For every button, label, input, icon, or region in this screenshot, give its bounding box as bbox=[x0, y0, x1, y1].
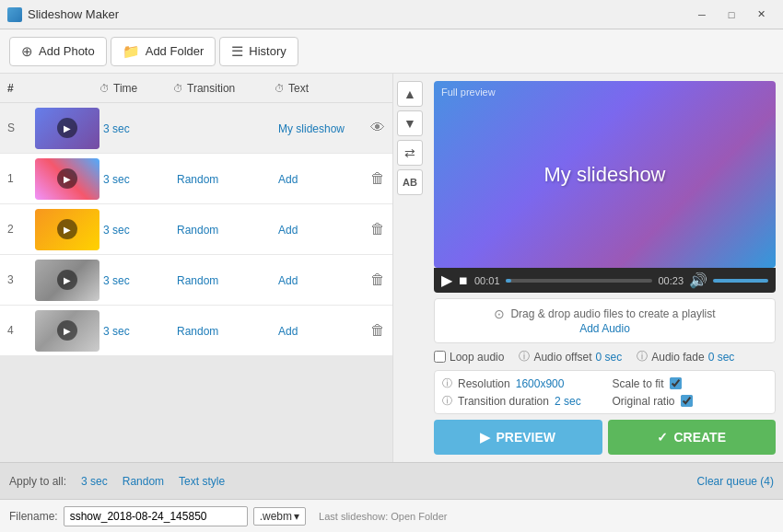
delete-icon[interactable]: 🗑 bbox=[370, 272, 385, 288]
create-label: CREATE bbox=[673, 430, 726, 445]
audio-section: ⊙ Drag & drop audio files to create a pl… bbox=[434, 298, 776, 343]
transition-icon: ⏱ bbox=[173, 83, 183, 94]
clear-queue-link[interactable]: Clear queue (4) bbox=[697, 475, 774, 488]
preview-play-icon: ▶ bbox=[480, 430, 490, 445]
transition-label: Transition duration bbox=[458, 395, 549, 408]
add-photo-button[interactable]: ⊕ Add Photo bbox=[9, 37, 107, 66]
col-text: ⏱ Text bbox=[275, 82, 367, 95]
row-number: 3 bbox=[7, 273, 35, 286]
apply-text-style[interactable]: Text style bbox=[179, 475, 225, 488]
slide-thumbnail: ▶ bbox=[35, 158, 99, 200]
table-header: # ⏱ Time ⏱ Transition ⏱ Text bbox=[0, 74, 392, 103]
row-actions: 🗑 bbox=[370, 322, 385, 339]
audio-fade-info-icon: ⓘ bbox=[637, 349, 648, 364]
audio-fade-value[interactable]: 0 sec bbox=[708, 351, 735, 364]
play-button[interactable]: ▶ bbox=[441, 272, 452, 289]
slide-transition: Random bbox=[177, 172, 278, 186]
loop-audio-checkbox[interactable] bbox=[434, 351, 446, 363]
slide-text: Add bbox=[278, 273, 370, 287]
current-time: 00:01 bbox=[474, 275, 500, 286]
resolution-label: Resolution bbox=[458, 377, 510, 390]
row-number: 4 bbox=[7, 324, 35, 337]
add-folder-label: Add Folder bbox=[146, 44, 205, 58]
play-overlay-icon: ▶ bbox=[57, 219, 77, 239]
row-actions: 🗑 bbox=[370, 170, 385, 187]
minimize-button[interactable]: ─ bbox=[687, 5, 717, 25]
volume-icon[interactable]: 🔊 bbox=[689, 272, 707, 289]
right-panel: Full preview My slideshow ▶ ⏹ 00:01 00:2… bbox=[427, 74, 783, 462]
folder-icon: 📁 bbox=[123, 43, 140, 60]
history-label: History bbox=[249, 44, 286, 58]
create-button[interactable]: ✓ CREATE bbox=[608, 420, 777, 455]
app-title: Slideshow Maker bbox=[28, 7, 119, 21]
transition-row: ⓘ Transition duration 2 sec bbox=[442, 394, 598, 408]
resolution-value[interactable]: 1600x900 bbox=[516, 377, 565, 390]
preview-label: PREVIEW bbox=[496, 430, 555, 445]
scale-label: Scale to fit bbox=[613, 377, 664, 390]
filename-input[interactable] bbox=[64, 506, 248, 526]
table-row: 2 ▶ 3 sec Random Add 🗑 bbox=[0, 204, 392, 255]
maximize-button[interactable]: □ bbox=[717, 5, 746, 25]
close-button[interactable]: ✕ bbox=[746, 5, 776, 25]
move-up-button[interactable]: ▲ bbox=[397, 81, 423, 107]
audio-fade-label: Audio fade bbox=[651, 351, 704, 364]
audio-offset-value[interactable]: 0 sec bbox=[596, 351, 623, 364]
slide-time: 3 sec bbox=[103, 121, 177, 135]
history-icon: ☰ bbox=[231, 43, 243, 60]
history-button[interactable]: ☰ History bbox=[219, 37, 298, 66]
table-row: 3 ▶ 3 sec Random Add 🗑 bbox=[0, 255, 392, 306]
preview-label: Full preview bbox=[441, 87, 496, 98]
play-overlay-icon: ▶ bbox=[57, 168, 77, 189]
stop-button[interactable]: ⏹ bbox=[458, 274, 469, 287]
ratio-checkbox[interactable] bbox=[681, 395, 693, 407]
row-actions: 🗑 bbox=[370, 272, 385, 288]
audio-fade-option: ⓘ Audio fade 0 sec bbox=[637, 349, 734, 364]
ratio-label: Original ratio bbox=[613, 395, 675, 408]
ab-button[interactable]: AB bbox=[397, 169, 423, 195]
preview-button[interactable]: ▶ PREVIEW bbox=[434, 420, 602, 455]
delete-icon[interactable]: 🗑 bbox=[370, 170, 385, 187]
slide-thumbnail: ▶ bbox=[35, 260, 99, 301]
window-controls: ─ □ ✕ bbox=[687, 5, 776, 25]
last-slideshow-info: Last slideshow: Open Folder bbox=[319, 511, 447, 522]
action-buttons: ▶ PREVIEW ✓ CREATE bbox=[434, 420, 776, 455]
loop-audio-label: Loop audio bbox=[450, 351, 504, 364]
eye-icon[interactable]: 👁 bbox=[370, 120, 385, 136]
apply-time[interactable]: 3 sec bbox=[81, 475, 108, 488]
table-row: 1 ▶ 3 sec Random Add 🗑 bbox=[0, 154, 392, 204]
filename-ext: .webm ▾ bbox=[253, 507, 306, 526]
ratio-row: Original ratio bbox=[613, 394, 768, 408]
slide-transition: Random bbox=[177, 273, 278, 287]
delete-icon[interactable]: 🗑 bbox=[370, 221, 385, 237]
video-preview: Full preview My slideshow bbox=[434, 81, 776, 268]
shuffle-button[interactable]: ⇄ bbox=[397, 140, 423, 166]
row-number: 1 bbox=[7, 172, 35, 185]
progress-bar[interactable] bbox=[506, 279, 653, 283]
slide-time: 3 sec bbox=[103, 273, 177, 287]
add-audio-link[interactable]: Add Audio bbox=[579, 322, 630, 335]
play-overlay-icon: ▶ bbox=[57, 118, 77, 138]
add-folder-button[interactable]: 📁 Add Folder bbox=[111, 37, 216, 66]
move-down-button[interactable]: ▼ bbox=[397, 110, 423, 136]
preview-title: My slideshow bbox=[543, 163, 665, 187]
delete-icon[interactable]: 🗑 bbox=[370, 322, 385, 339]
table-row: S ▶ 3 sec My slideshow 👁 bbox=[0, 103, 392, 154]
slide-text: My slideshow bbox=[278, 121, 370, 135]
audio-offset-label: Audio offset bbox=[533, 351, 591, 364]
volume-bar[interactable] bbox=[713, 279, 768, 283]
col-num: # bbox=[7, 82, 35, 95]
row-actions: 👁 bbox=[370, 120, 385, 136]
text-icon: ⏱ bbox=[275, 83, 285, 94]
scale-checkbox[interactable] bbox=[670, 377, 682, 389]
slide-thumbnail: ▶ bbox=[35, 310, 99, 352]
video-controls: ▶ ⏹ 00:01 00:23 🔊 bbox=[434, 268, 776, 293]
filename-label: Filename: bbox=[9, 510, 58, 523]
resolution-info-icon: ⓘ bbox=[442, 376, 452, 390]
col-transition: ⏱ Transition bbox=[173, 82, 275, 95]
row-number: S bbox=[7, 121, 35, 134]
row-actions: 🗑 bbox=[370, 221, 385, 237]
ext-dropdown-icon: ▾ bbox=[294, 510, 299, 523]
create-check-icon: ✓ bbox=[657, 430, 668, 445]
transition-value[interactable]: 2 sec bbox=[555, 395, 581, 408]
apply-transition[interactable]: Random bbox=[123, 475, 164, 488]
